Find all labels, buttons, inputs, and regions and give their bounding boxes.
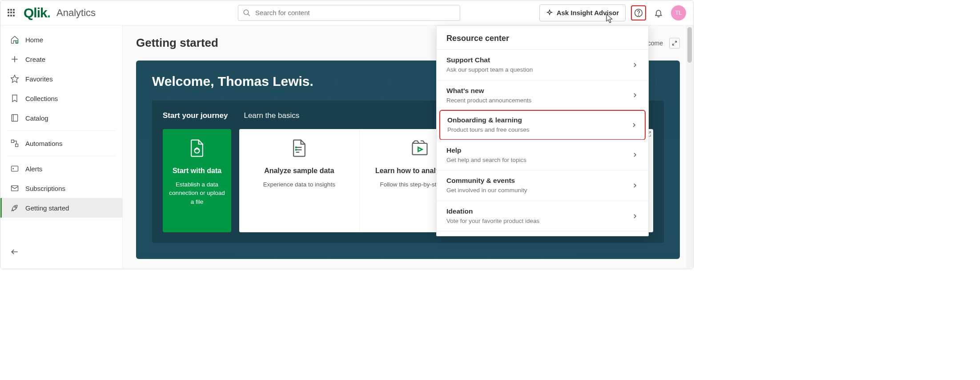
catalog-icon <box>10 113 19 122</box>
automation-icon <box>10 139 19 148</box>
sidebar-item-catalog[interactable]: Catalog <box>0 108 122 128</box>
app-window: Qlik. Analytics Ask Insight Advisor TL <box>0 0 694 269</box>
tab-learn-basics[interactable]: Learn the basics <box>244 111 299 120</box>
search-box[interactable] <box>238 5 460 21</box>
ask-insight-button[interactable]: Ask Insight Advisor <box>539 4 626 21</box>
app-launcher-icon[interactable] <box>8 9 16 17</box>
svg-point-3 <box>639 15 639 15</box>
help-button[interactable] <box>631 5 646 20</box>
panel-title: Resource center <box>437 34 648 49</box>
expand-button[interactable] <box>669 38 680 49</box>
sparkle-icon <box>546 9 553 16</box>
card-analyze-sample[interactable]: Analyze sample data Experience data to i… <box>239 129 359 232</box>
panel-item-title: What's new <box>446 87 531 95</box>
sidebar-item-automations[interactable]: Automations <box>0 133 122 153</box>
sidebar-item-home[interactable]: Home <box>0 30 122 49</box>
home-icon <box>10 35 19 44</box>
sidebar-item-favorites[interactable]: Favorites <box>0 69 122 89</box>
help-icon <box>634 8 643 17</box>
panel-item-onboarding[interactable]: Onboarding & learning Product tours and … <box>439 110 646 140</box>
panel-item-desc: Ask our support team a question <box>446 66 533 74</box>
panel-item-title: Onboarding & learning <box>447 116 530 124</box>
panel-item-desc: Get involved in our community <box>446 186 527 194</box>
sidebar-item-subscriptions[interactable]: Subscriptions <box>0 178 122 198</box>
app-name: Analytics <box>56 7 96 19</box>
panel-item-desc: Product tours and free courses <box>447 126 530 134</box>
sidebar-item-label: Subscriptions <box>25 185 65 192</box>
svg-rect-10 <box>12 140 14 143</box>
svg-rect-23 <box>295 146 297 148</box>
panel-item-title: Support Chat <box>446 56 533 64</box>
sidebar-footer <box>0 241 122 264</box>
plus-icon <box>10 55 19 64</box>
header-actions: Ask Insight Advisor TL <box>539 4 686 21</box>
chevron-right-icon <box>631 121 638 129</box>
bookmark-icon <box>10 94 19 103</box>
svg-rect-25 <box>412 143 427 155</box>
panel-item-help[interactable]: Help Get help and search for topics <box>437 140 648 170</box>
chevron-right-icon <box>631 182 639 189</box>
svg-point-15 <box>15 206 16 208</box>
data-file-icon <box>187 137 207 159</box>
top-header: Qlik. Analytics Ask Insight Advisor TL <box>0 0 693 25</box>
svg-point-0 <box>244 10 249 15</box>
sidebar-divider <box>8 130 115 131</box>
star-icon <box>10 74 19 83</box>
sidebar-item-collections[interactable]: Collections <box>0 89 122 108</box>
sidebar-item-label: Collections <box>25 95 58 102</box>
sidebar-item-label: Create <box>25 56 45 63</box>
card-title: Analyze sample data <box>264 166 334 176</box>
sidebar-item-alerts[interactable]: Alerts <box>0 159 122 178</box>
bell-icon <box>654 8 663 17</box>
chevron-right-icon <box>631 92 639 99</box>
svg-rect-14 <box>12 186 18 191</box>
sidebar-item-getting-started[interactable]: Getting started <box>0 198 122 218</box>
svg-marker-7 <box>11 75 19 83</box>
notifications-button[interactable] <box>651 6 666 20</box>
sidebar-item-label: Catalog <box>25 114 48 122</box>
collapse-icon <box>10 247 19 256</box>
panel-item-support-chat[interactable]: Support Chat Ask our support team a ques… <box>437 49 648 80</box>
resource-center-panel: Resource center Support Chat Ask our sup… <box>436 25 649 236</box>
svg-line-1 <box>248 14 250 16</box>
card-desc: Establish a data connection or upload a … <box>168 180 226 206</box>
document-list-icon <box>289 137 309 159</box>
brand-logo: Qlik. Analytics <box>24 5 96 20</box>
welcome-toggle-label: lcome <box>647 40 663 47</box>
collapse-sidebar-button[interactable] <box>10 247 112 258</box>
panel-item-community[interactable]: Community & events Get involved in our c… <box>437 170 648 201</box>
svg-rect-24 <box>295 149 297 151</box>
search-icon <box>243 9 251 17</box>
svg-rect-11 <box>16 144 18 147</box>
panel-item-desc: Vote for your favorite product ideas <box>446 217 539 225</box>
sidebar-item-label: Getting started <box>25 204 69 212</box>
alert-icon <box>10 164 19 173</box>
avatar[interactable]: TL <box>671 5 686 20</box>
svg-marker-26 <box>418 147 422 151</box>
vertical-scrollbar[interactable] <box>686 25 693 269</box>
sidebar-item-label: Automations <box>25 140 62 147</box>
search-input[interactable] <box>255 9 455 16</box>
svg-point-13 <box>13 168 14 169</box>
svg-rect-12 <box>12 166 18 171</box>
mail-icon <box>10 184 19 193</box>
chevron-right-icon <box>631 151 639 158</box>
svg-point-4 <box>16 41 18 43</box>
panel-item-whats-new[interactable]: What's new Recent product announcements <box>437 80 648 111</box>
panel-item-desc: Recent product announcements <box>446 97 531 105</box>
panel-item-ideation[interactable]: Ideation Vote for your favorite product … <box>437 201 648 232</box>
tab-start-journey[interactable]: Start your journey <box>163 111 228 120</box>
chevron-right-icon <box>631 213 639 220</box>
sidebar-item-label: Alerts <box>25 165 42 173</box>
sidebar-item-create[interactable]: Create <box>0 49 122 69</box>
rocket-icon <box>10 203 19 212</box>
sidebar-item-label: Favorites <box>25 75 53 83</box>
avatar-initials: TL <box>675 9 682 16</box>
panel-item-desc: Get help and search for topics <box>446 156 526 164</box>
video-icon <box>410 137 430 159</box>
card-start-with-data[interactable]: Start with data Establish a data connect… <box>163 129 231 232</box>
sidebar-item-label: Home <box>25 36 43 44</box>
ask-insight-label: Ask Insight Advisor <box>557 9 619 16</box>
sidebar: Home Create Favorites Collections Catalo… <box>0 25 123 269</box>
panel-item-title: Community & events <box>446 177 527 185</box>
